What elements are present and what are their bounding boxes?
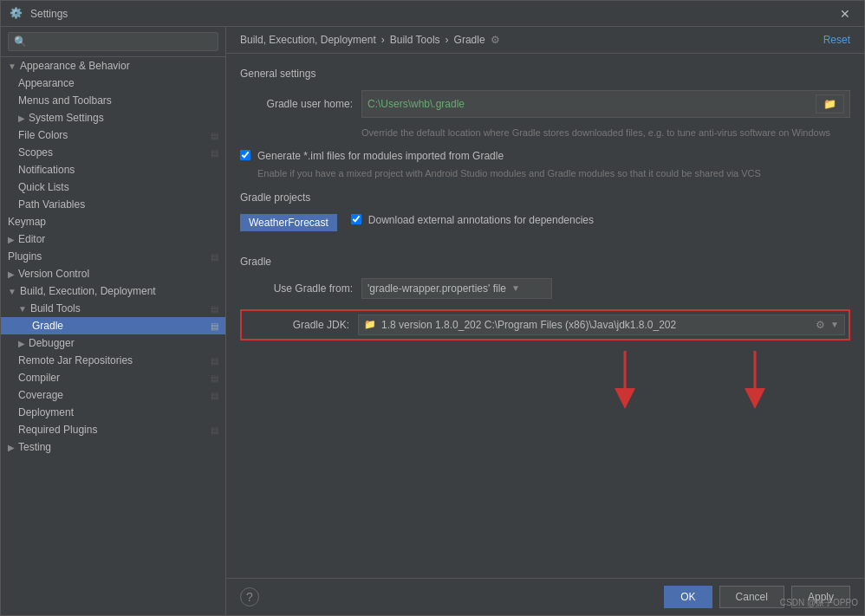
use-gradle-dropdown[interactable]: 'gradle-wrapper.properties' file ▼ [361, 278, 552, 299]
help-label: ? [246, 590, 253, 604]
user-home-value: C:\Users\whb\.gradle [367, 98, 810, 110]
sidebar-item-scopes[interactable]: Scopes ▤ [1, 144, 225, 161]
sidebar-item-label: Version Control [18, 268, 89, 280]
sidebar-item-appearance-behavior[interactable]: ▼ Appearance & Behavior [1, 57, 225, 75]
use-gradle-row: Use Gradle from: 'gradle-wrapper.propert… [240, 278, 850, 299]
gradle-section: Gradle Use Gradle from: 'gradle-wrapper.… [240, 256, 850, 340]
user-home-browse-button[interactable]: 📁 [816, 94, 844, 113]
user-home-hint: Override the default location where Grad… [361, 126, 850, 139]
folder-icon: 📁 [823, 98, 836, 110]
expand-arrow: ▶ [18, 113, 25, 123]
use-gradle-label: Use Gradle from: [240, 282, 353, 295]
sidebar-item-file-colors[interactable]: File Colors ▤ [1, 126, 225, 144]
sidebar-item-label: Coverage [18, 389, 63, 401]
expand-arrow: ▶ [8, 235, 15, 244]
breadcrumb-sep2: › [446, 34, 449, 46]
breadcrumb-part1: Build, Execution, Deployment [240, 34, 376, 46]
cancel-button[interactable]: Cancel [719, 586, 784, 608]
expand-arrow: ▶ [8, 269, 15, 279]
sidebar-item-label: Keymap [8, 216, 46, 228]
expand-arrow: ▼ [18, 304, 27, 314]
sidebar-item-label: Compiler [18, 372, 60, 384]
sidebar-item-keymap[interactable]: Keymap [1, 213, 225, 230]
sidebar-item-gradle[interactable]: Gradle ▤ [1, 317, 225, 334]
sidebar-item-coverage[interactable]: Coverage ▤ [1, 386, 225, 404]
expand-arrow: ▼ [8, 62, 16, 71]
sidebar-item-version-control[interactable]: ▶ Version Control [1, 265, 225, 282]
sidebar-item-label: Remote Jar Repositories [18, 354, 133, 366]
ok-button[interactable]: OK [664, 586, 712, 608]
sidebar-item-path-variables[interactable]: Path Variables [1, 196, 225, 213]
annotation-arrows [240, 351, 850, 412]
sidebar-item-debugger[interactable]: ▶ Debugger [1, 334, 225, 352]
sidebar-item-required-plugins[interactable]: Required Plugins ▤ [1, 421, 225, 438]
sidebar-item-label: Notifications [18, 164, 75, 176]
sidebar-item-build-execution[interactable]: ▼ Build, Execution, Deployment [1, 282, 225, 300]
section-badge: ▤ [211, 391, 218, 400]
right-panel: Build, Execution, Deployment › Build Too… [226, 27, 864, 615]
download-annotations-checkbox[interactable] [351, 214, 361, 224]
sidebar-item-plugins[interactable]: Plugins ▤ [1, 248, 225, 265]
user-home-input[interactable]: C:\Users\whb\.gradle 📁 [361, 90, 850, 118]
section-badge: ▤ [211, 148, 218, 158]
sidebar-item-appearance[interactable]: Appearance [1, 75, 225, 92]
sidebar-item-editor[interactable]: ▶ Editor [1, 230, 225, 248]
sidebar-item-system-settings[interactable]: ▶ System Settings [1, 109, 225, 126]
breadcrumb-bar: Build, Execution, Deployment › Build Too… [226, 27, 864, 54]
sidebar-item-testing[interactable]: ▶ Testing [1, 438, 225, 456]
sidebar-item-label: Plugins [8, 250, 42, 263]
gradle-jdk-value: 1.8 version 1.8.0_202 C:\Program Files (… [381, 319, 810, 331]
sidebar-item-compiler[interactable]: Compiler ▤ [1, 369, 225, 386]
expand-arrow: ▶ [18, 339, 25, 348]
user-home-row: Gradle user home: C:\Users\whb\.gradle 📁 [240, 90, 850, 118]
sidebar-item-notifications[interactable]: Notifications [1, 161, 225, 178]
gradle-jdk-dropdown[interactable]: 📁 1.8 version 1.8.0_202 C:\Program Files… [358, 314, 845, 335]
sidebar-item-label: Appearance & Behavior [20, 60, 130, 72]
section-badge: ▤ [211, 131, 218, 140]
expand-arrow: ▼ [8, 287, 16, 296]
breadcrumb-part2: Build Tools [390, 34, 440, 46]
gradle-section-title: Gradle [240, 256, 850, 268]
sidebar-item-label: Path Variables [18, 198, 85, 211]
breadcrumb: Build, Execution, Deployment › Build Too… [240, 34, 823, 46]
reset-button[interactable]: Reset [823, 34, 850, 46]
search-box [1, 27, 225, 57]
section-badge: ▤ [211, 425, 218, 435]
sidebar-item-remote-jar[interactable]: Remote Jar Repositories ▤ [1, 352, 225, 369]
sidebar-item-deployment[interactable]: Deployment [1, 404, 225, 421]
sidebar-item-label: Gradle [32, 320, 63, 332]
gradle-projects-title: Gradle projects [240, 191, 850, 204]
search-input[interactable] [8, 32, 218, 51]
sidebar: ▼ Appearance & Behavior Appearance Menus… [1, 27, 226, 615]
generate-iml-row: Generate *.iml files for modules importe… [240, 150, 850, 162]
window-title: Settings [30, 8, 835, 20]
sidebar-item-label: File Colors [18, 129, 68, 141]
sidebar-item-label: Build, Execution, Deployment [20, 285, 156, 297]
sidebar-item-label: System Settings [29, 112, 104, 124]
sidebar-item-menus-toolbars[interactable]: Menus and Toolbars [1, 92, 225, 109]
sidebar-item-label: Appearance [18, 77, 75, 89]
sidebar-item-label: Debugger [29, 337, 75, 349]
panel-body: General settings Gradle user home: C:\Us… [226, 54, 864, 578]
section-badge: ▤ [211, 304, 218, 314]
generate-iml-hint: Enable if you have a mixed project with … [257, 167, 850, 180]
arrow-right-svg [668, 351, 842, 412]
close-button[interactable]: ✕ [835, 5, 855, 23]
gradle-jdk-container: Gradle JDK: 📁 1.8 version 1.8.0_202 C:\P… [240, 309, 850, 340]
user-home-label: Gradle user home: [240, 98, 353, 110]
sidebar-item-label: Editor [18, 233, 45, 245]
app-icon: ⚙️ [10, 7, 23, 21]
sidebar-item-quick-lists[interactable]: Quick Lists [1, 178, 225, 196]
sidebar-item-label: Menus and Toolbars [18, 94, 112, 107]
use-gradle-value: 'gradle-wrapper.properties' file [367, 282, 506, 295]
section-badge: ▤ [211, 252, 218, 262]
help-button[interactable]: ? [240, 587, 259, 606]
jdk-settings-icon: ⚙ [816, 319, 825, 331]
project-tag[interactable]: WeatherForecast [240, 214, 337, 231]
breadcrumb-part3: Gradle [454, 34, 485, 46]
sidebar-item-label: Scopes [18, 146, 53, 159]
expand-arrow: ▶ [8, 443, 15, 452]
dropdown-arrow-icon: ▼ [511, 283, 520, 293]
generate-iml-checkbox[interactable] [240, 150, 250, 160]
sidebar-item-build-tools[interactable]: ▼ Build Tools ▤ [1, 300, 225, 317]
